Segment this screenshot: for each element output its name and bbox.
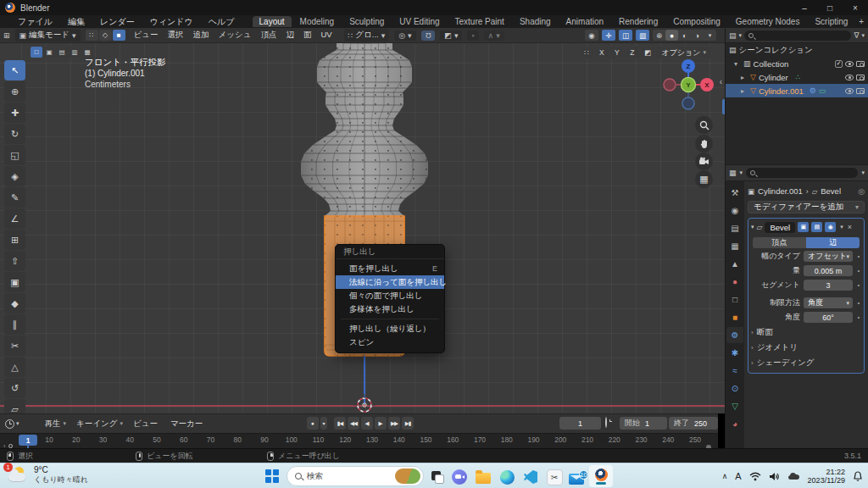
vertex-mode[interactable]: ∷ xyxy=(86,30,98,41)
keying-dropdown[interactable]: ▾ xyxy=(320,417,327,430)
minimize-button[interactable]: – xyxy=(792,0,817,15)
menu-item[interactable]: 編集 xyxy=(62,15,91,29)
tool-rotate[interactable]: ↻ xyxy=(4,124,25,144)
tool-knife[interactable]: ✂ xyxy=(4,336,25,356)
next-keyframe-button[interactable]: ▶▶ xyxy=(388,417,400,430)
menu-item-extrude-individual[interactable]: 個々の面で押し出し xyxy=(336,289,444,302)
properties-tab-particles[interactable]: ✱ xyxy=(726,345,743,361)
collection-checkbox[interactable]: ✓ xyxy=(835,60,843,68)
pivot-point-dropdown[interactable]: ◎ ▾ xyxy=(394,30,415,41)
edge-mode[interactable]: ◇ xyxy=(99,30,112,41)
menu-item-extrude-along-normals[interactable]: 法線に沿って面を押し出し xyxy=(336,275,444,289)
edit-mode-display-toggle[interactable]: ▣ xyxy=(798,222,809,232)
select-extend-button[interactable]: ▣ xyxy=(43,47,55,58)
viewport-3d[interactable]: ↖⊕✚↻◱◈✎∠⊞⇧▣◆∥✂△↺▱ □ ▣ ▤ ▥ ▦ フロント・平行投影 (1… xyxy=(0,43,725,413)
tool-scale[interactable]: ◱ xyxy=(4,145,25,165)
modifier-name-field[interactable]: Bevel xyxy=(765,222,795,233)
overlays-toggle[interactable]: ◫ xyxy=(619,30,632,41)
properties-tab-physics[interactable]: ≈ xyxy=(726,363,743,379)
eye-icon[interactable] xyxy=(845,88,854,94)
tool-transform[interactable]: ◈ xyxy=(4,166,25,186)
mirror-x-button[interactable]: X xyxy=(595,47,608,58)
modifier-extras-dropdown[interactable]: ▾ xyxy=(840,224,843,230)
notification-bell-icon[interactable] xyxy=(853,471,863,482)
add-workspace-button[interactable]: + xyxy=(854,17,868,26)
collapse-icon[interactable]: ▸ xyxy=(741,74,748,81)
segments-field[interactable]: 3 xyxy=(804,280,853,291)
options-dropdown[interactable]: オプション ▾ xyxy=(656,47,711,58)
animate-dot[interactable]: • xyxy=(856,267,861,274)
proportional-falloff-dropdown[interactable]: ∧ ▾ xyxy=(484,30,504,41)
tool-add-cube[interactable]: ⊞ xyxy=(4,230,25,250)
tool-spin[interactable]: ↺ xyxy=(4,378,25,398)
animate-dot[interactable]: • xyxy=(856,313,861,321)
tool-loop-cut[interactable]: ∥ xyxy=(4,314,25,335)
workspace-tab[interactable]: Compositing xyxy=(666,16,727,27)
workspace-tab[interactable]: Scripting xyxy=(808,16,854,27)
outliner-editor-type-button[interactable]: ▤ xyxy=(729,31,737,40)
mail-button[interactable]: 10 xyxy=(567,468,586,486)
angle-field[interactable]: 60° xyxy=(804,312,853,323)
ime-indicator[interactable]: A xyxy=(735,471,741,481)
clock-widget[interactable]: 21:22 2023/11/29 xyxy=(808,468,845,485)
viewport-menu-item[interactable]: 選択 xyxy=(168,30,184,41)
zoom-button[interactable] xyxy=(695,116,713,134)
tool-poly-build[interactable]: △ xyxy=(4,357,25,377)
start-button[interactable] xyxy=(265,469,279,483)
properties-tab-viewlayer[interactable]: ▦ xyxy=(726,238,743,254)
properties-editor-type-button[interactable]: ▦ xyxy=(729,169,737,177)
chevron-down-icon[interactable]: ▾ xyxy=(861,32,865,39)
breadcrumb-modifier[interactable]: Bevel xyxy=(821,186,841,196)
tool-shear[interactable]: ▱ xyxy=(4,399,25,413)
tool-annotate[interactable]: ✎ xyxy=(4,187,25,208)
filter-button[interactable]: ∇ xyxy=(854,31,859,40)
outliner-row-scene-collection[interactable]: ▤ シーンコレクション xyxy=(726,43,868,57)
breadcrumb-object[interactable]: Cylinder.001 xyxy=(758,186,803,196)
properties-tab-material[interactable]: ◕ xyxy=(726,416,743,432)
properties-tab-output[interactable]: ▤ xyxy=(726,220,743,236)
timeline-ruler[interactable]: 1 10203040506070809010011012013014015016… xyxy=(0,433,718,448)
editor-type-button[interactable]: ⊞ xyxy=(3,31,10,40)
limit-method-dropdown[interactable]: 角度▾ xyxy=(804,297,853,308)
add-modifier-button[interactable]: モディファイアーを追加 ▾ xyxy=(748,201,865,214)
expand-icon[interactable]: ▾ xyxy=(734,60,741,68)
workspace-tab[interactable]: UV Editing xyxy=(392,16,446,27)
tool-extrude[interactable]: ⇧ xyxy=(4,251,25,271)
face-mode[interactable]: ■ xyxy=(113,30,125,41)
grid-ortho-button[interactable]: ▦ xyxy=(695,170,713,188)
menu-item-extrude-faces[interactable]: 面を押し出し E xyxy=(336,262,444,275)
snap-icon[interactable]: ◩ xyxy=(641,47,654,58)
xray-toggle[interactable]: ▥ xyxy=(636,30,649,41)
properties-tab-render[interactable]: ◉ xyxy=(726,202,743,219)
workspace-tab[interactable]: Layout xyxy=(253,16,292,27)
outliner-row-cylinder[interactable]: ▸ ▽ Cylinder ∴ xyxy=(726,70,868,84)
tray-status-icon[interactable] xyxy=(787,472,800,480)
properties-tab-object[interactable]: ■ xyxy=(726,309,743,325)
viewport-menu-item[interactable]: 辺 xyxy=(286,30,294,41)
wifi-icon[interactable] xyxy=(749,472,761,481)
workspace-tab[interactable]: Rendering xyxy=(612,16,665,27)
transform-orientation-dropdown[interactable]: ∷ グロ... ▾ xyxy=(344,29,390,42)
properties-tab-modifiers[interactable]: ⚙ xyxy=(726,327,743,343)
file-explorer-button[interactable] xyxy=(474,468,492,486)
delete-modifier-button[interactable]: × xyxy=(848,223,852,231)
snap-target-dropdown[interactable]: ◩ ▾ xyxy=(440,30,462,41)
edge-browser-button[interactable] xyxy=(498,468,516,486)
frame-end-field[interactable]: 終了 250 xyxy=(669,417,718,430)
animate-dot[interactable]: • xyxy=(856,299,861,307)
properties-tab-scene[interactable]: ▲ xyxy=(726,256,743,272)
animate-dot[interactable]: • xyxy=(856,252,861,260)
viewport-menu-item[interactable]: メッシュ xyxy=(219,30,252,41)
jump-start-button[interactable]: ▮◀ xyxy=(334,417,346,430)
viewport-menu-item[interactable]: 追加 xyxy=(193,30,209,41)
camera-visibility-icon[interactable] xyxy=(856,61,865,67)
vscode-button[interactable] xyxy=(521,468,540,486)
viewport-menu-item[interactable]: ビュー xyxy=(134,30,159,41)
chat-app-button[interactable] xyxy=(450,468,469,486)
menu-item[interactable]: ウィンドウ xyxy=(144,15,199,29)
tool-select-box[interactable]: ↖ xyxy=(4,60,25,80)
play-reverse-button[interactable]: ◀ xyxy=(361,417,373,430)
select-new-button[interactable]: □ xyxy=(31,47,42,58)
tool-move[interactable]: ✚ xyxy=(4,103,25,123)
menu-item[interactable]: レンダー xyxy=(94,15,141,29)
